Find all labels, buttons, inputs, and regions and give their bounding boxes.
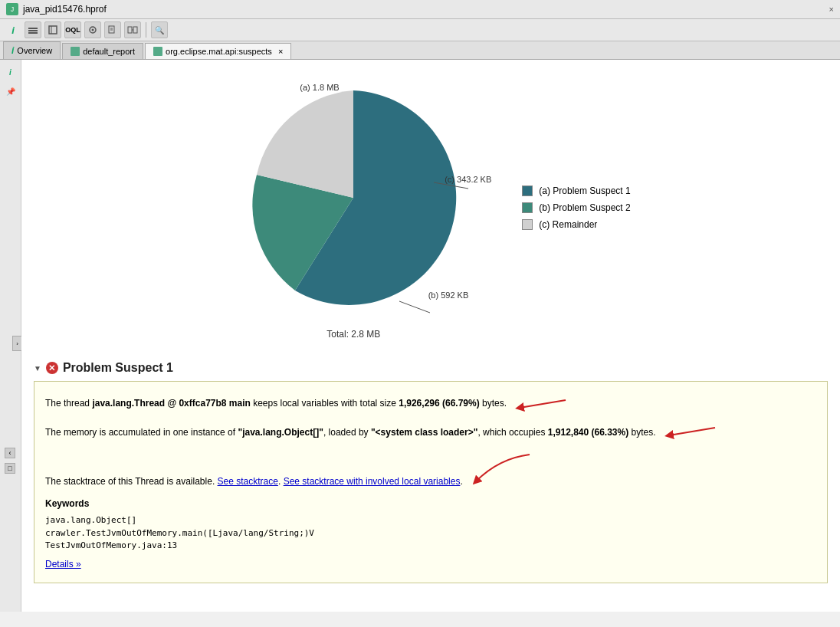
suspect1-keywords-list: java.lang.Object[] crawler.TestJvmOutOfM… [45, 514, 816, 553]
toolbar-class-button[interactable] [44, 21, 61, 38]
toolbar-settings-button[interactable] [84, 21, 101, 38]
legend-color-b [522, 202, 533, 213]
chart-container: (a) 1.8 MB (b) 592 KB (c) 343.2 KB [21, 60, 840, 355]
arrow3-svg [468, 451, 545, 489]
suspect1-desc1-post: keeps local variables with total size [251, 398, 399, 409]
gutter-expand-button[interactable]: □ [5, 463, 15, 474]
legend-color-a [522, 185, 533, 196]
svg-rect-11 [133, 27, 137, 33]
suspect1-keyword-2: crawler.TestJvmOutOfMemory.main([Ljava/l… [45, 527, 816, 540]
suspect1-desc1-pre: The thread [45, 398, 92, 409]
gutter-pin-icon[interactable]: 📌 [5, 85, 17, 97]
gutter-spacer [10, 81, 11, 82]
svg-rect-10 [128, 27, 132, 33]
window-title: java_pid15476.hprof [23, 4, 825, 15]
suspect1-desc1-end: bytes. [480, 398, 507, 409]
arrow2-svg [661, 422, 723, 445]
suspect1-collapse-icon: ▼ [34, 364, 41, 373]
legend-label-b: (b) Problem Suspect 2 [539, 202, 630, 213]
suspect1-desc3-end: . [460, 476, 462, 487]
toolbar-separator [146, 22, 146, 38]
suspect1-keyword-3: TestJvmOutOfMemory.java:13 [45, 540, 816, 553]
suspect1-desc2-bold2: "<system class loader>" [371, 427, 477, 438]
suspect1-desc2-mid: , loaded by [323, 427, 371, 438]
suspect1-section: ▼ ✕ Problem Suspect 1 The thread java.la… [21, 355, 840, 596]
suspect1-desc2-bold1: "java.lang.Object[]" [238, 427, 323, 438]
window-close-button[interactable]: × [829, 5, 834, 14]
suspect1-details: Details » [45, 557, 816, 572]
suspect1-link2[interactable]: See stacktrace with involved local varia… [284, 476, 461, 487]
left-gutter: i 📌 › ‹ □ [0, 60, 21, 612]
suspect1-desc2-pre: The memory is accumulated in one instanc… [45, 427, 238, 438]
tab-overview-icon: i [11, 45, 14, 56]
tab-overview-label: Overview [17, 46, 52, 55]
chart-label-b: (b) 592 KB [428, 291, 469, 300]
suspect1-error-icon: ✕ [46, 362, 58, 374]
suspect1-desc2-bold3: 1,912,840 (66.33%) [548, 427, 628, 438]
svg-rect-2 [28, 32, 38, 34]
legend-label-c: (c) Remainder [539, 219, 597, 230]
legend-label-a: (a) Problem Suspect 1 [539, 185, 630, 196]
toolbar-report-button[interactable] [104, 21, 121, 38]
svg-line-16 [520, 400, 566, 408]
chart-total: Total: 2.8 MB [326, 329, 380, 340]
tab-overview[interactable]: i Overview [3, 41, 61, 59]
gutter-collapse-button[interactable]: ‹ [5, 448, 15, 458]
suspect1-link1[interactable]: See stacktrace [218, 476, 278, 487]
toolbar-compare-button[interactable] [124, 21, 141, 38]
window-bar: J java_pid15476.hprof × [0, 0, 840, 19]
tab-suspects-icon [153, 47, 162, 56]
suspect1-desc1-bold: java.lang.Thread @ 0xffca77b8 main [92, 398, 250, 409]
legend-color-c [522, 219, 533, 230]
tab-bar: i Overview default_report org.eclipse.ma… [0, 41, 840, 60]
suspect1-desc1-bold2: 1,926,296 (66.79%) [399, 398, 479, 409]
pie-svg-container: (a) 1.8 MB (b) 592 KB (c) 343.2 KB [231, 75, 476, 323]
suspect1-box: The thread java.lang.Thread @ 0xffca77b8… [34, 381, 828, 583]
chart-label-a: (a) 1.8 MB [300, 83, 339, 92]
tab-default-report[interactable]: default_report [62, 43, 143, 59]
content-area: (a) 1.8 MB (b) 592 KB (c) 343.2 KB [21, 60, 840, 612]
suspect1-desc3-pre: The stacktrace of this Thread is availab… [45, 476, 218, 487]
tab-default-report-icon [71, 47, 80, 56]
suspect1-desc2: The memory is accumulated in one instanc… [45, 422, 816, 445]
main-content: i 📌 › ‹ □ [0, 60, 840, 612]
svg-rect-1 [28, 30, 38, 31]
legend-item-c: (c) Remainder [522, 219, 630, 230]
suspect1-keywords-title: Keywords [45, 497, 816, 511]
svg-line-18 [669, 428, 715, 435]
toolbar: i OQL 🔍 [0, 19, 840, 41]
toolbar-heap-button[interactable] [25, 21, 41, 38]
suspect1-desc1: The thread java.lang.Thread @ 0xffca77b8… [45, 392, 816, 415]
toolbar-search-button[interactable]: 🔍 [151, 21, 168, 38]
tab-suspects[interactable]: org.eclipse.mat.api:suspects × [145, 43, 291, 59]
suspect1-details-link[interactable]: Details » [45, 559, 81, 570]
toolbar-oql-button[interactable]: OQL [64, 21, 81, 38]
suspect1-keyword-1: java.lang.Object[] [45, 514, 816, 527]
legend-item-b: (b) Problem Suspect 2 [522, 202, 630, 213]
suspect1-desc2-post: , which occupies [477, 427, 547, 438]
suspect1-title: Problem Suspect 1 [63, 361, 173, 375]
svg-rect-3 [49, 26, 57, 34]
tab-default-report-label: default_report [83, 47, 135, 56]
suspect1-header[interactable]: ▼ ✕ Problem Suspect 1 [34, 361, 828, 375]
pie-chart-svg [231, 75, 476, 320]
svg-point-6 [92, 29, 94, 31]
tab-suspects-close[interactable]: × [278, 47, 283, 56]
collapse-panel-button[interactable]: › [12, 336, 21, 351]
suspect1-keywords-section: Keywords java.lang.Object[] crawler.Test… [45, 497, 816, 572]
chart-legend: (a) Problem Suspect 1 (b) Problem Suspec… [522, 185, 630, 230]
tab-suspects-label: org.eclipse.mat.api:suspects [166, 47, 272, 56]
pie-wrapper: (a) 1.8 MB (b) 592 KB (c) 343.2 KB [231, 75, 476, 340]
suspect1-desc2-end: bytes. [628, 427, 655, 438]
window-icon: J [6, 3, 18, 15]
svg-rect-0 [28, 28, 38, 29]
toolbar-info-button[interactable]: i [5, 21, 21, 38]
arrow1-svg [512, 392, 573, 415]
legend-item-a: (a) Problem Suspect 1 [522, 185, 630, 196]
chart-label-c: (c) 343.2 KB [445, 175, 491, 184]
suspect1-desc3: The stacktrace of this Thread is availab… [45, 451, 816, 489]
gutter-info-icon: i [5, 66, 17, 78]
